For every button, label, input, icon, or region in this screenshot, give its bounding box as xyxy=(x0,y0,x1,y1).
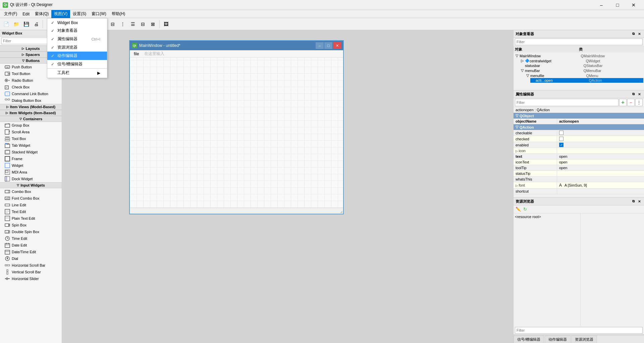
widget-h-scrollbar[interactable]: Horizontal Scroll Bar xyxy=(0,262,62,269)
main-window-canvas[interactable]: Qt MainWindow - untitled* – □ ✕ file 在这里… xyxy=(129,40,344,214)
obj-row-menufile[interactable]: ▽ menufile QMenu xyxy=(525,73,643,78)
res-browser-close-btn[interactable]: ✕ xyxy=(637,199,642,204)
toolbar-save-btn[interactable]: 💾 xyxy=(21,19,31,29)
res-edit-btn[interactable]: ✏️ xyxy=(515,206,522,212)
toolbar-layout9-btn[interactable]: ⊠ xyxy=(148,19,158,29)
enabled-checkbox[interactable] xyxy=(559,143,564,147)
widget-group-box[interactable]: Title Group Box xyxy=(0,122,62,129)
view-menu-resource-browser[interactable]: ✓ 资源浏览器 xyxy=(47,43,107,52)
obj-inspector-filter-input[interactable] xyxy=(515,39,643,45)
widget-check-box[interactable]: ✓ Check Box xyxy=(0,84,62,90)
toolbar-open-btn[interactable]: 📁 xyxy=(11,19,21,29)
widget-stacked-widget[interactable]: Stacked Widget xyxy=(0,149,62,155)
prop-row-tooltip[interactable]: toolTip open xyxy=(514,165,644,171)
toolbar-extra-btn[interactable]: 🖨 xyxy=(32,19,41,29)
section-containers[interactable]: ▽ Containers xyxy=(0,116,62,122)
widget-plain-text-edit[interactable]: Plain Text Edit xyxy=(0,215,62,222)
mw-menu-input[interactable]: 在这里输入 xyxy=(142,50,167,57)
menu-edit[interactable]: Edit xyxy=(20,10,32,18)
res-reload-btn[interactable]: ↻ xyxy=(523,206,528,212)
prop-filter-input[interactable] xyxy=(515,99,619,106)
prop-row-text[interactable]: text open xyxy=(514,154,644,159)
tab-signal-editor[interactable]: 信号/槽编辑器 xyxy=(514,336,544,343)
prop-editor-close-btn[interactable]: ✕ xyxy=(637,91,642,97)
widget-font-combo-box[interactable]: A Font Combo Box xyxy=(0,195,62,202)
widget-v-scrollbar[interactable]: Vertical Scroll Bar xyxy=(0,269,62,275)
menu-settings[interactable]: 设置(S) xyxy=(70,10,89,18)
obj-row-statusbar[interactable]: statusbar QStatusBar xyxy=(520,63,643,68)
obj-row-centralwidget[interactable]: ▷ 🔷 centralwidget QWidget xyxy=(520,58,643,63)
mw-file-menu[interactable]: file xyxy=(131,51,142,57)
section-input-widgets[interactable]: ▽ Input Widgets xyxy=(0,182,62,188)
menu-view[interactable]: 视图(V) xyxy=(51,10,70,18)
toolbar-layout5-btn[interactable]: ⊟ xyxy=(108,19,117,29)
widget-dialog-button-box[interactable]: Dialog Button Box xyxy=(0,97,62,104)
menu-form[interactable]: 窗体(Q) xyxy=(32,10,51,18)
obj-row-actionopen[interactable]: acti...open QAction xyxy=(530,78,643,83)
widget-time-edit[interactable]: Time Edit xyxy=(0,235,62,242)
widget-widget[interactable]: Widget xyxy=(0,162,62,169)
menu-window[interactable]: 窗口(W) xyxy=(89,10,109,18)
widget-command-link-button[interactable]: → Command Link Button xyxy=(0,90,62,97)
res-browser-float-btn[interactable]: ⧉ xyxy=(631,199,636,204)
minimize-button[interactable]: – xyxy=(594,0,609,10)
tab-action-editor[interactable]: 动作编辑器 xyxy=(545,336,571,343)
widget-line-edit[interactable]: Line Edit xyxy=(0,202,62,208)
resize-handle[interactable] xyxy=(340,210,342,213)
prop-options-btn[interactable]: ⋮ xyxy=(635,99,643,106)
view-menu-property-editor[interactable]: ✓ 属性编辑器 Ctrl+I xyxy=(47,35,107,43)
toolbar-layout6-btn[interactable]: ⋮ xyxy=(118,19,127,29)
tab-resource-browser[interactable]: 资源浏览器 xyxy=(571,336,597,343)
prop-row-icon[interactable]: icon xyxy=(514,148,644,154)
prop-row-whatshis[interactable]: whatsThis xyxy=(514,177,644,182)
prop-row-enabled[interactable]: enabled xyxy=(514,142,644,148)
widget-scroll-area[interactable]: Scroll Area xyxy=(0,129,62,135)
prop-row-shortcut[interactable]: shortcut xyxy=(514,189,644,194)
prop-row-icontext[interactable]: iconText open xyxy=(514,159,644,165)
obj-inspector-float-btn[interactable]: ⧉ xyxy=(631,31,636,37)
mw-content[interactable] xyxy=(130,58,343,208)
prop-row-font[interactable]: font A A [SimSun, 9] xyxy=(514,182,644,189)
prop-editor-float-btn[interactable]: ⧉ xyxy=(631,91,636,97)
view-menu-widget-box[interactable]: ✓ Widget Box xyxy=(47,19,107,26)
prop-remove-btn[interactable]: – xyxy=(627,99,635,106)
mw-close-btn[interactable]: ✕ xyxy=(333,42,341,49)
mw-maximize-btn[interactable]: □ xyxy=(324,42,332,49)
prop-row-checkable[interactable]: checkable xyxy=(514,130,644,136)
widget-date-edit[interactable]: Date Edit xyxy=(0,242,62,249)
widget-frame[interactable]: Frame xyxy=(0,155,62,162)
section-item-views[interactable]: ▷ Item Views (Model-Based) xyxy=(0,104,62,110)
prop-row-checked[interactable]: checked xyxy=(514,136,644,142)
res-filter-input[interactable] xyxy=(515,327,643,334)
close-button[interactable]: ✕ xyxy=(626,0,641,10)
prop-add-btn[interactable]: + xyxy=(619,99,627,106)
prop-row-objectname[interactable]: objectName actionopen xyxy=(514,119,644,124)
toolbar-layout8-btn[interactable]: ⊟ xyxy=(138,19,148,29)
widget-double-spin-box[interactable]: 1.0 Double Spin Box xyxy=(0,228,62,235)
widget-dock-widget[interactable]: Dock Widget xyxy=(0,176,62,182)
mw-minimize-btn[interactable]: – xyxy=(316,42,324,49)
canvas-area[interactable]: Qt MainWindow - untitled* – □ ✕ file 在这里… xyxy=(62,30,513,343)
widget-tab-widget[interactable]: Tab Widget xyxy=(0,142,62,149)
view-menu-toolbar[interactable]: 工具栏 ▶ xyxy=(47,68,107,77)
widget-mdi-area[interactable]: MDI Area xyxy=(0,169,62,176)
checkable-checkbox[interactable] xyxy=(559,131,564,135)
menu-file[interactable]: 文件(F) xyxy=(1,10,20,18)
widget-datetime-edit[interactable]: Date/Time Edit xyxy=(0,249,62,255)
widget-radio-button[interactable]: Radio Button xyxy=(0,77,62,84)
obj-row-mainwindow[interactable]: ▽ MainWindow QMainWindow xyxy=(514,53,643,58)
toolbar-layout7-btn[interactable]: ☰ xyxy=(128,19,138,29)
view-menu-signal-editor[interactable]: ✓ 信号/槽编辑器 xyxy=(47,60,107,68)
view-menu-object-inspector[interactable]: ✓ 对象查看器 xyxy=(47,26,107,35)
widget-text-edit[interactable]: Text Edit xyxy=(0,208,62,215)
section-item-widgets[interactable]: ▷ Item Widgets (Item-Based) xyxy=(0,110,62,116)
widget-combo-box[interactable]: ▼ Combo Box xyxy=(0,188,62,195)
toolbar-preview-btn[interactable]: 🖼 xyxy=(161,19,171,29)
widget-dial[interactable]: Dial xyxy=(0,255,62,262)
checked-checkbox[interactable] xyxy=(559,137,564,141)
toolbar-new-btn[interactable]: 📄 xyxy=(1,19,11,29)
obj-row-menubar[interactable]: ▽ menuBar QMenuBar xyxy=(520,68,643,73)
widget-spin-box[interactable]: ▲▼ Spin Box xyxy=(0,222,62,228)
prop-row-statustip[interactable]: statusTip xyxy=(514,171,644,177)
widget-tool-box[interactable]: Tool Box xyxy=(0,135,62,142)
